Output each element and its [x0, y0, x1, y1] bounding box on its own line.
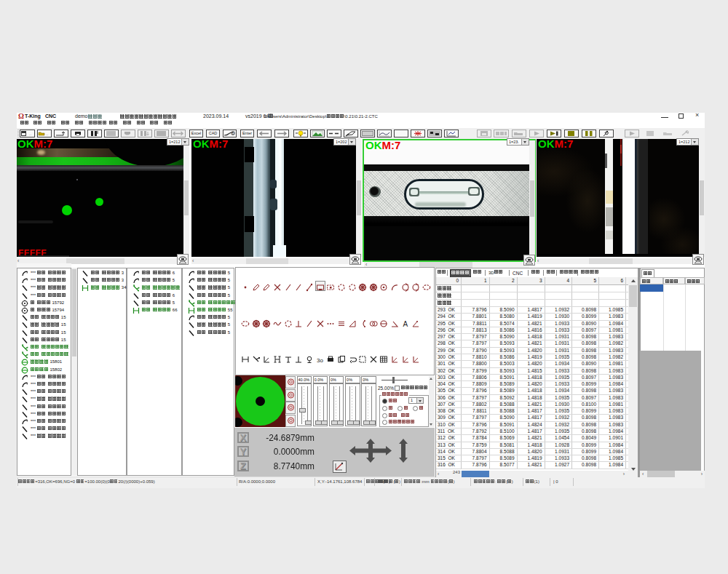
svg-text:3o: 3o: [317, 357, 323, 364]
svg-text:..: ..: [46, 132, 49, 136]
svg-text:..: ..: [29, 132, 32, 136]
svg-text:A: A: [403, 320, 408, 328]
